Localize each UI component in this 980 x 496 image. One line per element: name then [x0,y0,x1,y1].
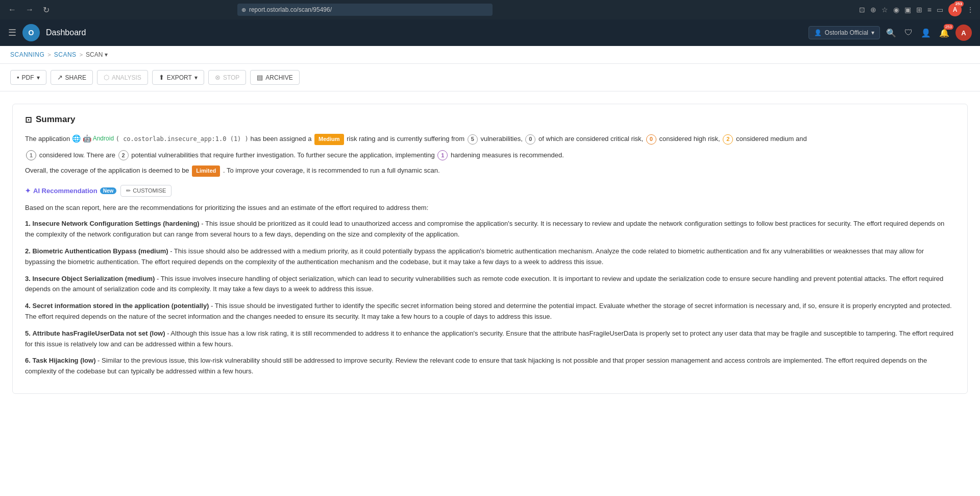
org-selector[interactable]: 👤 Ostorlab Official ▾ [808,26,880,39]
extension5-icon[interactable]: ▭ [937,6,943,14]
summary-icon: ⊡ [25,115,32,125]
ai-item-5-title: Attribute hasFragileUserData not set (lo… [32,329,165,337]
summary-section: ⊡ Summary The application 🌐 🤖 Android ( … [12,104,968,394]
org-name: Ostorlab Official [825,29,868,36]
pdf-dropdown-icon: ▾ [37,74,40,81]
summary-title-text: Summary [36,114,75,125]
forward-button[interactable]: → [23,4,36,15]
person-button[interactable]: 👤 [919,26,933,40]
hamburger-button[interactable]: ☰ [8,27,16,38]
ai-item-5-number: 5. [25,329,31,337]
extension1-icon[interactable]: ◉ [893,6,899,14]
low-count-badge: 1 [26,150,36,160]
share-button[interactable]: ↗ SHARE [51,70,93,85]
export-button[interactable]: ⬆ EXPORT ▾ [152,70,204,85]
analysis-label: ANALYSIS [112,74,141,81]
globe-icon: 🌐 [72,134,83,143]
notification-wrapper: 🔔 253 [937,26,951,40]
summary-line2: 1 considered low. There are 2 potential … [25,150,955,161]
potential-count-badge: 2 [118,150,129,160]
customise-button[interactable]: ✏ CUSTOMISE [120,185,172,197]
android-label: Android [93,134,114,144]
coverage-rating-badge: Limited [192,166,220,177]
toolbar: ▪ PDF ▾ ↗ SHARE ⬡ ANALYSIS ⬆ EXPORT ▾ ⊗ … [0,64,980,91]
breadcrumb-scans[interactable]: SCANS [54,51,77,58]
ai-star-icon: ✦ [25,187,31,195]
stop-icon: ⊗ [215,74,220,81]
breadcrumb-dropdown-icon[interactable]: ▾ [105,51,108,58]
archive-label: ARCHIVE [265,74,292,81]
user-avatar[interactable]: A [955,25,972,41]
ai-item-6: 6. Task Hijacking (low) - Similar to the… [25,356,955,377]
profile-badge: 253 [954,1,964,7]
breadcrumb-scanning[interactable]: SCANNING [10,51,44,58]
ai-item-6-text: - Similar to the previous issue, this lo… [25,357,927,375]
analysis-button[interactable]: ⬡ ANALYSIS [97,70,148,85]
browser-profile[interactable]: A 253 [948,3,962,16]
bookmark-icon[interactable]: ☆ [881,6,888,14]
menu-icon[interactable]: ⋮ [967,6,974,14]
main-content: SCANNING > SCANS > SCAN ▾ ▪ PDF ▾ ↗ SHAR… [0,46,980,496]
ai-label-text: AI Recommendation [33,187,97,195]
ai-item-3-text: - This issue involves insecure handling … [25,275,943,293]
ai-item-2-number: 2. [25,247,31,255]
export-dropdown-icon: ▾ [194,74,198,81]
android-badge: 🤖 Android [83,133,114,144]
url-bar[interactable]: ⊕ report.ostorlab.co/scan/95496/ [237,4,493,16]
extension4-icon[interactable]: ≡ [927,6,932,14]
analysis-icon: ⬡ [104,74,109,81]
org-icon: 👤 [814,29,822,36]
ai-item-6-title: Task Hijacking (low) [32,357,95,364]
export-label: EXPORT [167,74,192,81]
high-suffix: considered high risk, [659,135,720,143]
medium-suffix: considered medium and [736,135,807,143]
archive-button[interactable]: ▤ ARCHIVE [250,70,299,85]
search-button[interactable]: 🔍 [884,26,898,40]
ai-item-4-title: Secret information stored in the applica… [32,302,209,310]
ai-header: ✦ AI Recommendation New ✏ CUSTOMISE [25,185,955,197]
pdf-label: PDF [22,74,34,81]
ai-item-5: 5. Attribute hasFragileUserData not set … [25,328,955,350]
coverage-prefix: Overall, the coverage of the application… [25,167,189,174]
avatar-text: A [961,29,966,37]
stop-button[interactable]: ⊗ STOP [208,70,246,85]
zoom-icon[interactable]: ⊕ [870,6,876,14]
breadcrumb-scan: SCAN ▾ [86,51,108,58]
ai-item-2: 2. Biometric Authentication Bypass (medi… [25,246,955,268]
ai-item-4: 4. Secret information stored in the appl… [25,301,955,322]
share-label: SHARE [65,74,86,81]
app-prefix: The application [25,135,70,143]
shield-button[interactable]: 🛡 [902,26,915,39]
ai-recommendation-section: ✦ AI Recommendation New ✏ CUSTOMISE Base… [25,185,955,377]
low-suffix: considered low. There are [39,151,115,159]
extension3-icon[interactable]: ⊞ [916,6,922,14]
ai-label: ✦ AI Recommendation New [25,187,116,195]
capture-icon[interactable]: ⊡ [859,6,865,14]
url-icon: ⊕ [241,7,246,13]
ai-item-2-title: Biometric Authentication Bypass (medium) [32,247,168,255]
coverage-line: Overall, the coverage of the application… [25,166,955,177]
back-button[interactable]: ← [6,4,18,15]
header-right: 👤 Ostorlab Official ▾ 🔍 🛡 👤 🔔 253 A [808,25,972,41]
risk-rating-badge: Medium [314,134,344,145]
ai-item-1: 1. Insecure Network Configuration Settin… [25,219,955,240]
app-id: ( co.ostorlab.insecure_app:1.0 (1) ) [116,135,249,143]
ai-item-6-number: 6. [25,357,31,364]
android-icon: 🤖 [83,133,91,144]
medium-count-badge: 2 [723,134,733,145]
potential-suffix: potential vulnerabilities that require f… [131,151,434,159]
share-icon: ↗ [57,74,63,81]
ai-item-3-number: 3. [25,275,31,282]
breadcrumb-scan-text: SCAN [86,51,103,58]
pdf-button[interactable]: ▪ PDF ▾ [10,70,46,85]
ai-item-4-number: 4. [25,302,31,310]
pdf-icon: ▪ [17,74,19,81]
critical-count-badge: 0 [525,134,535,145]
hardening-count-badge: 1 [437,150,448,160]
customise-icon: ✏ [126,187,131,194]
refresh-button[interactable]: ↻ [41,4,52,16]
extension2-icon[interactable]: ▣ [904,6,911,14]
ai-item-1-title: Insecure Network Configuration Settings … [32,220,199,227]
stop-label: STOP [223,74,239,81]
app-header: ☰ O Dashboard 👤 Ostorlab Official ▾ 🔍 🛡 … [0,19,980,46]
